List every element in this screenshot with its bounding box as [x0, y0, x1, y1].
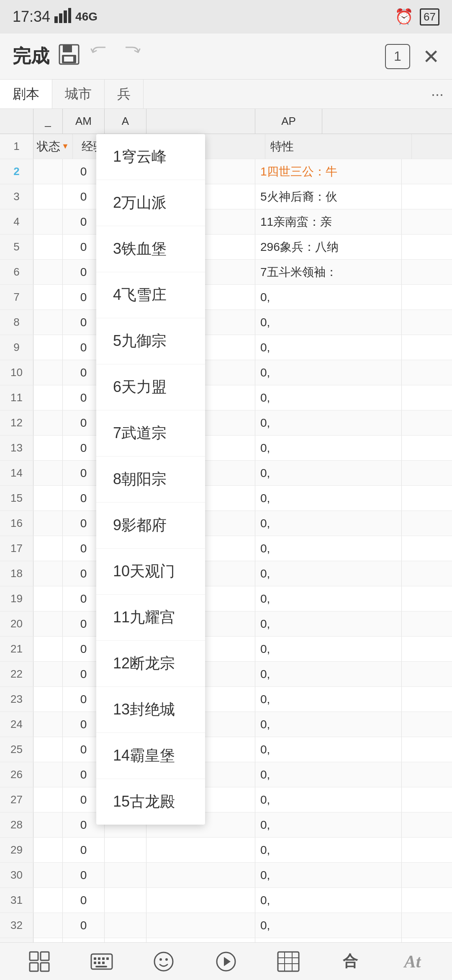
cell-ap[interactable]: 0, — [255, 360, 402, 385]
dropdown-item[interactable]: 9影都府 — [96, 503, 205, 549]
table-row[interactable]: 607五斗米领袖： — [0, 260, 452, 285]
cell-an[interactable] — [105, 913, 146, 938]
cell-ap[interactable]: 0, — [255, 712, 402, 737]
table-row[interactable]: 1400, — [0, 461, 452, 486]
cell-ap[interactable]: 0, — [255, 787, 402, 812]
cell-underscore[interactable] — [33, 712, 63, 737]
cell-underscore[interactable] — [33, 637, 63, 661]
dropdown-item[interactable]: 7武道宗 — [96, 410, 205, 456]
table-row[interactable]: 1状态▼经验所特性 — [0, 134, 452, 159]
tab-script[interactable]: 剧本 — [0, 80, 52, 108]
dropdown-item[interactable]: 10天观门 — [96, 549, 205, 595]
table-row[interactable]: 2900, — [0, 838, 452, 863]
cell-ap[interactable]: 0, — [255, 687, 402, 712]
cell-an[interactable] — [105, 838, 146, 862]
col-header-underscore[interactable]: _ — [33, 109, 63, 134]
merge-icon[interactable]: 合 — [334, 945, 367, 978]
cell-ap[interactable]: 0, — [255, 762, 402, 787]
dropdown-item[interactable]: 5九御宗 — [96, 318, 205, 364]
table-row[interactable]: 2400, — [0, 712, 452, 737]
cell-underscore[interactable] — [33, 561, 63, 586]
table-row[interactable]: 3200, — [0, 913, 452, 938]
cell-underscore[interactable] — [33, 913, 63, 938]
cell-underscore[interactable] — [33, 863, 63, 887]
col-header-AP[interactable]: AP — [255, 109, 322, 134]
table-row[interactable]: 3100, — [0, 888, 452, 913]
cell-ap[interactable]: 0, — [255, 611, 402, 636]
cell-underscore[interactable] — [33, 737, 63, 762]
cell-ap[interactable]: 0, — [255, 335, 402, 360]
table-row[interactable]: 2200, — [0, 662, 452, 687]
table-row[interactable]: 1000, — [0, 360, 452, 385]
face-icon[interactable] — [147, 945, 180, 978]
grid-icon[interactable] — [23, 945, 56, 978]
table-row[interactable]: 3000, — [0, 863, 452, 888]
cell-underscore[interactable] — [33, 436, 63, 460]
table-icon[interactable] — [272, 945, 305, 978]
cell-ap[interactable]: 0, — [255, 586, 402, 611]
cell-ap[interactable]: 296象兵：八纳 — [255, 235, 402, 259]
cell-underscore[interactable] — [33, 335, 63, 360]
cell-ap[interactable]: 0, — [255, 938, 402, 942]
dropdown-item[interactable]: 14霸皇堡 — [96, 733, 205, 779]
cell-an[interactable] — [105, 863, 146, 887]
table-row[interactable]: 1300, — [0, 436, 452, 461]
cell-underscore[interactable] — [33, 662, 63, 686]
cell-ap[interactable]: 11亲南蛮：亲 — [255, 209, 402, 234]
table-row[interactable]: 1700, — [0, 536, 452, 561]
table-row[interactable]: 2000, — [0, 611, 452, 637]
tab-soldiers[interactable]: 兵 — [105, 80, 144, 108]
undo-button[interactable] — [89, 43, 111, 70]
cell-ap[interactable]: 0, — [255, 410, 402, 435]
cell-ap[interactable]: 0, — [255, 888, 402, 913]
table-row[interactable]: 800, — [0, 310, 452, 335]
dropdown-item[interactable]: 6天力盟 — [96, 364, 205, 410]
cell-underscore[interactable] — [33, 410, 63, 435]
cell-ap[interactable]: 7五斗米领袖： — [255, 260, 402, 284]
dropdown-overlay[interactable]: 1穹云峰2万山派3铁血堡4飞雪庄5九御宗6天力盟7武道宗8朝阳宗9影都府10天观… — [96, 134, 205, 825]
cell-ap[interactable]: 特性 — [265, 134, 412, 159]
cell-underscore[interactable] — [33, 687, 63, 712]
cell-ap[interactable]: 0, — [255, 913, 402, 938]
cell-ap[interactable]: 0, — [255, 486, 402, 511]
cell-ap[interactable]: 1四世三公：牛 — [255, 159, 402, 184]
keyboard-icon[interactable] — [85, 945, 118, 978]
cell-ap[interactable]: 0, — [255, 436, 402, 460]
cell-ap[interactable]: 0, — [255, 561, 402, 586]
cell-underscore[interactable] — [33, 310, 63, 335]
cell-underscore[interactable] — [33, 888, 63, 913]
cell-ap[interactable]: 0, — [255, 536, 402, 561]
cell-ap[interactable]: 0, — [255, 637, 402, 661]
close-button[interactable]: ✕ — [423, 45, 439, 68]
cell-underscore[interactable] — [33, 812, 63, 837]
dropdown-item[interactable]: 2万山派 — [96, 180, 205, 226]
table-row[interactable]: 1200, — [0, 410, 452, 436]
tab-more[interactable]: ··· — [423, 85, 452, 103]
table-row[interactable]: 2100, — [0, 637, 452, 662]
table-row[interactable]: 3025火神后裔：伙 — [0, 184, 452, 209]
cell-am[interactable]: 0 — [63, 838, 105, 862]
table-row[interactable]: 2300, — [0, 687, 452, 712]
cell-underscore[interactable] — [33, 536, 63, 561]
cell-an[interactable] — [105, 888, 146, 913]
tab-city[interactable]: 城市 — [52, 80, 105, 108]
cell-underscore[interactable] — [33, 787, 63, 812]
cell-underscore[interactable] — [33, 461, 63, 485]
cell-ap[interactable]: 0, — [255, 310, 402, 335]
cell-am[interactable]: 0 — [63, 938, 105, 942]
cell-underscore[interactable] — [33, 385, 63, 410]
dropdown-item[interactable]: 8朝阳宗 — [96, 456, 205, 503]
done-button[interactable]: 完成 — [13, 44, 49, 69]
cell-underscore[interactable] — [33, 235, 63, 259]
table-row[interactable]: 900, — [0, 335, 452, 360]
redo-button[interactable] — [120, 43, 142, 70]
col-header-AN[interactable]: A — [105, 109, 146, 134]
table-row[interactable]: 1500, — [0, 486, 452, 511]
cell-underscore[interactable] — [33, 511, 63, 536]
cell-underscore[interactable] — [33, 260, 63, 284]
cell-underscore[interactable] — [33, 360, 63, 385]
dropdown-item[interactable]: 11九耀宫 — [96, 595, 205, 641]
table-row[interactable]: 2800, — [0, 812, 452, 838]
cell-underscore[interactable] — [33, 611, 63, 636]
cell-underscore[interactable] — [33, 209, 63, 234]
